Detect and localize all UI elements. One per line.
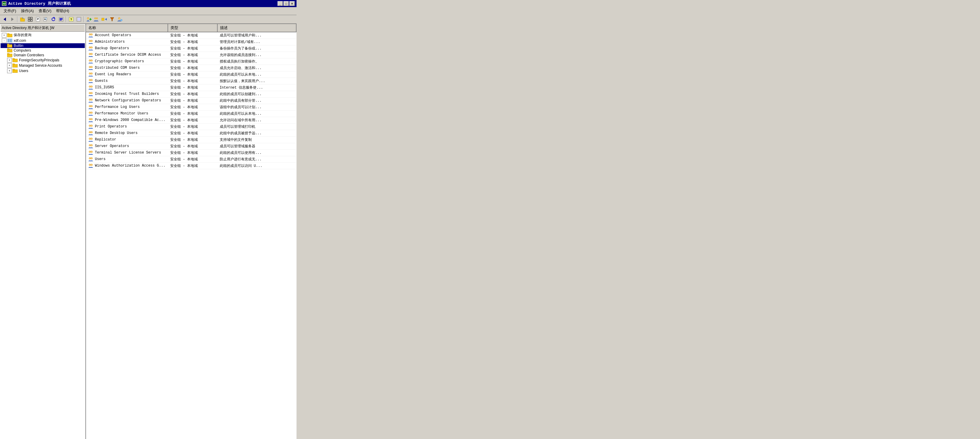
minimize-button[interactable]: _: [278, 1, 283, 6]
table-row[interactable]: Backup Operators安全组 - 本地域备份操作员为了备份或...: [86, 45, 296, 52]
cell-description-6: 此组的成员可以从本地...: [217, 72, 296, 78]
cell-type-11: 安全组 - 本地域: [168, 104, 217, 111]
expand-xdf-icon[interactable]: -: [2, 38, 6, 43]
expand-foreign-icon[interactable]: +: [7, 58, 12, 62]
table-row[interactable]: Pre-Windows 2000 Compatible Ac...安全组 - 本…: [86, 117, 296, 124]
svg-point-61: [91, 46, 92, 48]
row-name-8: IIS_IUSRS: [95, 85, 114, 89]
svg-point-58: [89, 40, 91, 42]
scope-button[interactable]: [75, 16, 83, 22]
forward-button[interactable]: [9, 16, 16, 22]
cell-description-8: Internet 信息服务使...: [217, 84, 296, 91]
up-folder-button[interactable]: [19, 16, 26, 22]
col-header-type[interactable]: 类型: [168, 24, 217, 32]
table-row[interactable]: Distributed COM Users安全组 - 本地域成员允许启动、激活和…: [86, 65, 296, 72]
tree-node-foreign-security[interactable]: + ForeignSecurityPrincipals: [1, 57, 85, 63]
properties-button[interactable]: [42, 16, 49, 22]
table-row[interactable]: Performance Log Users安全组 - 本地域该组中的成员可以计划…: [86, 104, 296, 111]
row-name-9: Incoming Forest Trust Builders: [95, 92, 159, 96]
group-icon-10: [88, 98, 94, 103]
group-icon-7: [88, 78, 94, 83]
tree-node-managed-service[interactable]: + Managed Service Accounts: [1, 63, 85, 68]
svg-point-92: [89, 151, 91, 153]
new-group-button[interactable]: [93, 16, 100, 22]
cell-type-17: 安全组 - 本地域: [168, 143, 217, 150]
table-row[interactable]: Windows Authorization Access G...安全组 - 本…: [86, 163, 296, 169]
row-name-3: Certificate Service DCOM Access: [95, 53, 161, 57]
tree-node-computers[interactable]: Computers: [1, 48, 85, 53]
help-button[interactable]: ?: [68, 16, 75, 22]
table-row[interactable]: Certificate Service DCOM Access安全组 - 本地域…: [86, 52, 296, 59]
table-row[interactable]: Cryptographic Operators安全组 - 本地域授权成员执行加密…: [86, 59, 296, 65]
tree-node-xdf-com[interactable]: - xdf.com: [1, 38, 85, 43]
new-user-button[interactable]: [85, 16, 92, 22]
svg-point-30: [95, 18, 96, 19]
table-row[interactable]: Event Log Readers安全组 - 本地域此组的成员可以从本地...: [86, 72, 296, 78]
table-row[interactable]: Replicator安全组 - 本地域支持域中的文件复制: [86, 137, 296, 143]
col-header-description[interactable]: 描述: [217, 24, 296, 32]
table-row[interactable]: Guests安全组 - 本地域按默认认值，来宾跟用户...: [86, 78, 296, 84]
move-button[interactable]: [101, 16, 108, 22]
new-object-button[interactable]: [34, 16, 41, 22]
svg-rect-8: [30, 17, 32, 19]
expand-managed-icon[interactable]: +: [7, 63, 12, 68]
folder-foreign-icon: [13, 58, 18, 62]
table-row[interactable]: Terminal Server License Servers安全组 - 本地域…: [86, 150, 296, 156]
tree-node-saved-queries[interactable]: + 保存的查询: [1, 32, 85, 38]
filter-button[interactable]: [108, 16, 116, 22]
svg-marker-2: [3, 17, 6, 21]
close-button[interactable]: ×: [290, 1, 295, 6]
view-button[interactable]: [27, 16, 34, 22]
table-row[interactable]: Account Operators安全组 - 本地域成员可以管理域用户和...: [86, 32, 296, 39]
svg-point-36: [120, 19, 122, 21]
group-icon-19: [88, 157, 94, 162]
svg-point-78: [89, 105, 91, 107]
table-row[interactable]: Server Operators安全组 - 本地域成员可以管理域服务器: [86, 143, 296, 150]
tree-node-domain-controllers[interactable]: Domain Controllers: [1, 53, 85, 57]
col-header-name[interactable]: 名称: [86, 24, 168, 32]
table-row[interactable]: Incoming Forest Trust Builders安全组 - 本地域此…: [86, 91, 296, 97]
tree-node-users[interactable]: + Users: [1, 68, 85, 73]
title-controls[interactable]: _ □ ×: [278, 1, 295, 6]
menu-help[interactable]: 帮助(H): [54, 8, 72, 14]
delegate-button[interactable]: [116, 16, 123, 22]
table-row[interactable]: Users安全组 - 本地域防止用户进行有意或无...: [86, 156, 296, 163]
refresh-button[interactable]: [50, 16, 57, 22]
expand-users-icon[interactable]: +: [7, 68, 12, 73]
maximize-button[interactable]: □: [283, 1, 289, 6]
row-name-6: Event Log Readers: [95, 72, 131, 76]
table-row[interactable]: Administrators安全组 - 本地域管理员对计算机/域有...: [86, 39, 296, 45]
table-row[interactable]: Performance Monitor Users安全组 - 本地域此组的成员可…: [86, 111, 296, 117]
expand-saved-queries-icon[interactable]: +: [2, 33, 6, 38]
svg-point-83: [91, 118, 92, 120]
folder-users-icon: [13, 69, 18, 73]
tree-node-builtin[interactable]: Builtin: [1, 43, 85, 48]
table-row[interactable]: Network Configuration Operators安全组 - 本地域…: [86, 97, 296, 104]
svg-point-89: [91, 138, 92, 140]
cell-type-19: 安全组 - 本地域: [168, 156, 217, 163]
cell-type-16: 安全组 - 本地域: [168, 137, 217, 143]
export-button[interactable]: [57, 16, 65, 22]
row-name-1: Administrators: [95, 40, 125, 44]
table-row[interactable]: Print Operators安全组 - 本地域成员可以管理域打印机: [86, 124, 296, 130]
row-name-4: Cryptographic Operators: [95, 59, 144, 64]
svg-point-73: [91, 86, 92, 87]
cell-name-15: Remote Desktop Users: [86, 130, 168, 136]
cell-name-1: Administrators: [86, 39, 168, 45]
cell-type-8: 安全组 - 本地域: [168, 84, 217, 91]
menu-view[interactable]: 查看(V): [36, 8, 54, 14]
row-name-10: Network Configuration Operators: [95, 99, 161, 103]
tree-header: Active Directory 用户和计算机 [W: [1, 25, 85, 32]
cell-name-3: Certificate Service DCOM Access: [86, 52, 168, 58]
menu-file[interactable]: 文件(F): [1, 8, 19, 14]
svg-rect-9: [28, 19, 30, 21]
group-icon-8: [88, 85, 94, 90]
svg-point-35: [118, 17, 120, 19]
back-button[interactable]: [1, 16, 8, 22]
cell-name-20: Windows Authorization Access G...: [86, 163, 168, 169]
table-row[interactable]: IIS_IUSRS安全组 - 本地域Internet 信息服务使...: [86, 84, 296, 91]
cell-type-1: 安全组 - 本地域: [168, 39, 217, 45]
menu-action[interactable]: 操作(A): [19, 8, 36, 14]
table-row[interactable]: Remote Desktop Users安全组 - 本地域此组中的成员被授予远.…: [86, 130, 296, 137]
svg-point-75: [91, 92, 92, 94]
